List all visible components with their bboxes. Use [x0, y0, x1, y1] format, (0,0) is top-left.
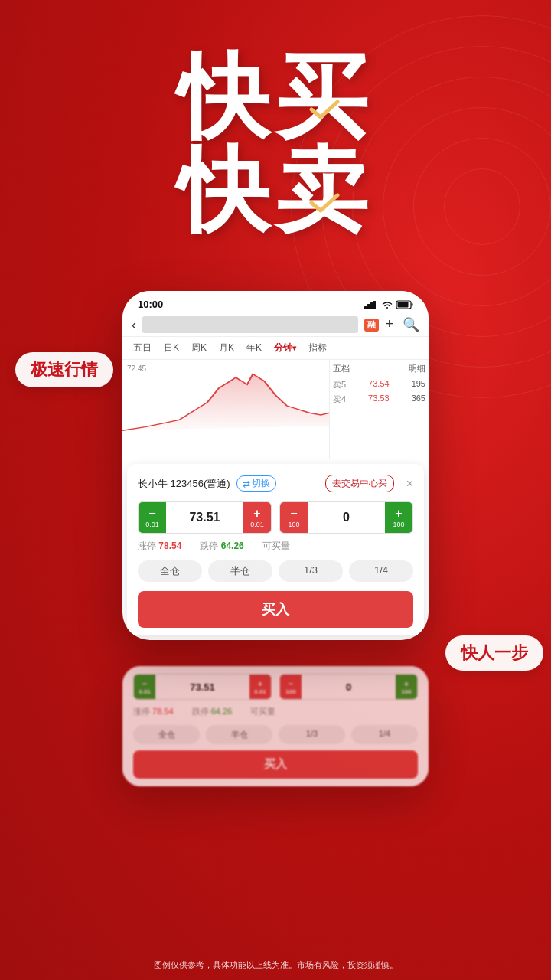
qty-value[interactable]: 0 — [308, 511, 385, 524]
price-value[interactable]: 73.51 — [166, 511, 243, 524]
buy-btn-back: 买入 — [133, 750, 418, 779]
price-decrease-button[interactable]: − 0.01 — [139, 502, 166, 533]
svg-rect-6 — [398, 302, 409, 307]
btn-third-back: 1/3 — [279, 725, 345, 744]
account-name: 长小牛 123456(普通) — [138, 477, 230, 491]
goto-trade-center-button[interactable]: 去交易中心买 — [325, 475, 394, 492]
qty-inc-back: +100 — [396, 675, 417, 699]
tab-wuri[interactable]: 五日 — [129, 340, 156, 356]
svg-rect-5 — [412, 303, 413, 306]
tab-yuek[interactable]: 月K — [214, 340, 239, 356]
price-inc-back: +0.01 — [249, 675, 271, 699]
btn-half-back: 半仓 — [206, 725, 272, 744]
svg-rect-3 — [373, 301, 376, 309]
header-actions: + 🔍 — [385, 316, 419, 333]
search-icon[interactable]: 🔍 — [403, 316, 419, 333]
switch-account-button[interactable]: ⇄ 切换 — [236, 475, 276, 492]
add-icon[interactable]: + — [385, 316, 393, 333]
ob-vol-sell5: 195 — [412, 379, 425, 390]
qty-input-group: − 100 0 + 100 — [279, 501, 413, 534]
btn-quarter-back: 1/4 — [351, 725, 418, 744]
close-trade-panel-button[interactable]: × — [406, 477, 413, 491]
phone-status-bar: 10:00 — [122, 291, 429, 313]
btn-all-in[interactable]: 全仓 — [138, 560, 202, 582]
svg-rect-1 — [367, 304, 370, 309]
tab-rik[interactable]: 日K — [159, 340, 184, 356]
disclaimer-text: 图例仅供参考，具体功能以上线为准。市场有风险，投资须谨慎。 — [154, 960, 398, 969]
price-increase-button[interactable]: + 0.01 — [243, 502, 271, 533]
chart-price-label: 72.45 — [127, 364, 146, 373]
signal-icon — [364, 300, 378, 309]
ke-mai-info: 可买量 — [262, 540, 290, 553]
status-time: 10:00 — [138, 299, 163, 310]
ob-price-sell5: 73.54 — [368, 379, 390, 390]
svg-rect-0 — [364, 306, 367, 309]
ke-mai-label: 可买量 — [262, 541, 290, 551]
die-ting-value: 64.26 — [221, 541, 244, 551]
ob-price-sell4: 73.53 — [368, 394, 390, 405]
price-val-back: 73.51 — [155, 681, 249, 693]
svg-rect-2 — [370, 302, 373, 309]
phone-frame: 10:00 — [122, 291, 429, 640]
price-dec-back: −0.01 — [134, 675, 155, 699]
orderbook-row-2: 卖4 73.53 365 — [333, 392, 425, 407]
btn-all-back: 全仓 — [133, 725, 200, 744]
checkmark-icon2 — [308, 192, 341, 214]
trade-inputs-row: − 0.01 73.51 + 0.01 — [138, 501, 413, 534]
trade-info-row: 涨停 78.54 跌停 64.26 可买量 — [138, 540, 413, 553]
dropdown-arrow: ▾ — [292, 344, 296, 352]
zhang-ting-info: 涨停 78.54 — [138, 540, 181, 553]
ob-label-sell5: 卖5 — [333, 379, 346, 390]
phone-mockup-back: −0.01 73.51 +0.01 −100 0 +100 — [122, 666, 429, 786]
tab-zhibiao[interactable]: 指标 — [304, 340, 331, 356]
status-icons — [364, 300, 413, 309]
tab-zhouk[interactable]: 周K — [187, 340, 211, 356]
zhang-ting-label: 涨停 — [138, 541, 156, 551]
btn-quarter[interactable]: 1/4 — [349, 560, 413, 582]
zhang-ting-back: 涨停 78.54 — [133, 706, 174, 717]
qty-dec-back: −100 — [280, 675, 302, 699]
qty-percent-buttons: 全仓 半仓 1/3 1/4 — [138, 560, 413, 582]
orderbook-panel: 五档 明细 卖5 73.54 195 卖4 73.53 365 — [329, 360, 429, 459]
ob-label-sell4: 卖4 — [333, 394, 346, 405]
disclaimer: 图例仅供参考，具体功能以上线为准。市场有风险，投资须谨慎。 — [0, 959, 551, 971]
chart-orderbook-row: 72.45 2.94% -4.7% 五档 明细 — [122, 360, 429, 459]
qty-decrease-button[interactable]: − 100 — [280, 502, 308, 533]
tab-niank[interactable]: 年K — [242, 340, 266, 356]
back-button[interactable]: ‹ — [132, 317, 136, 333]
zhang-ting-value: 78.54 — [158, 541, 181, 551]
qty-btns-back: 全仓 半仓 1/3 1/4 — [133, 725, 418, 744]
speed-label-text: 极速行情 — [31, 360, 98, 379]
die-ting-back: 跌停 64.26 — [192, 706, 233, 717]
qty-input-back: −100 0 +100 — [279, 674, 418, 700]
tab-fenzhong[interactable]: 分钟▾ — [269, 340, 301, 356]
info-row-back: 涨停 78.54 跌停 64.26 可买量 — [133, 706, 418, 717]
wifi-icon — [381, 300, 393, 309]
qty-increase-button[interactable]: + 100 — [385, 502, 412, 533]
orderbook-row-1: 卖5 73.54 195 — [333, 377, 425, 392]
orderbook-tab-five[interactable]: 五档 — [333, 363, 350, 374]
hero-section: 快买 快卖 — [0, 46, 551, 240]
trade-account-row: 长小牛 123456(普通) ⇄ 切换 去交易中心买 × — [138, 475, 413, 492]
btn-third[interactable]: 1/3 — [279, 560, 343, 582]
trade-panel: 长小牛 123456(普通) ⇄ 切换 去交易中心买 × − 0.01 — [127, 464, 424, 635]
orderbook-tab-detail[interactable]: 明细 — [409, 363, 425, 374]
stock-name-header — [142, 316, 358, 333]
die-ting-label: 跌停 — [200, 541, 218, 551]
price-input-back: −0.01 73.51 +0.01 — [133, 674, 272, 700]
price-input-group: − 0.01 73.51 + 0.01 — [138, 501, 272, 534]
hero-line1: 快买 — [0, 46, 551, 147]
die-ting-info: 跌停 64.26 — [200, 540, 243, 553]
qty-val-back: 0 — [302, 681, 396, 693]
speed-label-bubble: 极速行情 — [15, 352, 113, 387]
buy-button[interactable]: 买入 — [138, 591, 413, 628]
battery-icon — [396, 300, 413, 309]
checkmark-icon1 — [308, 99, 341, 120]
btn-half[interactable]: 半仓 — [208, 560, 272, 582]
fast-label-text: 快人一步 — [461, 643, 528, 662]
phone-header: ‹ 融 + 🔍 — [122, 313, 429, 337]
fast-label-bubble: 快人一步 — [445, 635, 543, 671]
orderbook-header: 五档 明细 — [333, 363, 425, 374]
phone-mockup: 10:00 — [122, 291, 429, 640]
margin-badge: 融 — [364, 318, 379, 332]
